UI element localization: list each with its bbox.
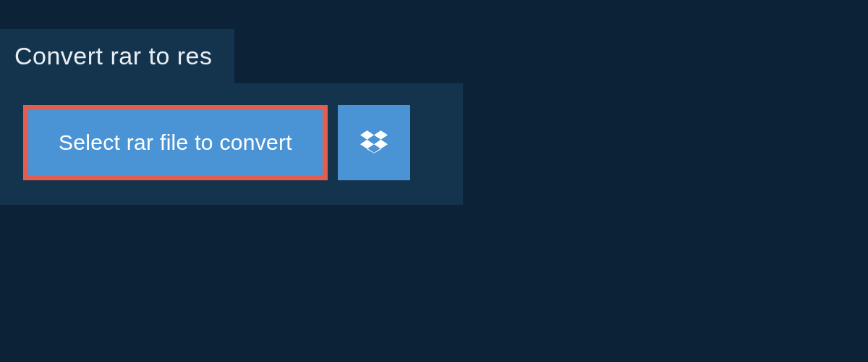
select-file-highlight: Select rar file to convert <box>23 105 328 180</box>
tab-convert[interactable]: Convert rar to res <box>0 29 234 83</box>
dropbox-button[interactable] <box>338 105 410 180</box>
button-row: Select rar file to convert <box>23 105 440 180</box>
select-file-label: Select rar file to convert <box>59 130 292 154</box>
convert-panel: Select rar file to convert <box>0 83 463 205</box>
dropbox-icon <box>360 128 388 158</box>
select-file-button[interactable]: Select rar file to convert <box>28 110 323 175</box>
tab-bar: Convert rar to res Select rar file to co… <box>0 29 868 205</box>
tab-label: Convert rar to res <box>14 42 213 70</box>
